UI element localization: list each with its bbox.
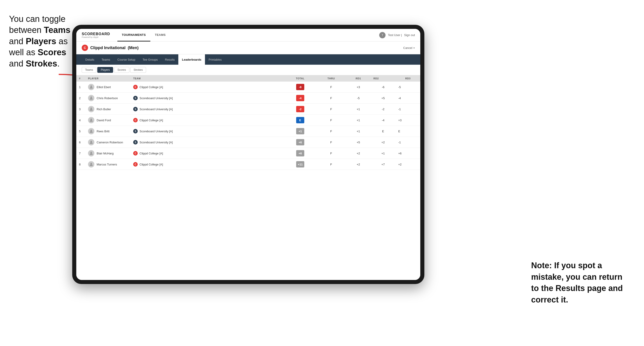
cell-rank: 6 xyxy=(76,137,85,148)
player-name: David Ford xyxy=(96,119,111,122)
cell-total: -8 xyxy=(284,82,316,93)
tab-leaderboards[interactable]: Leaderboards xyxy=(178,54,205,65)
cell-rd1: +2 xyxy=(346,159,371,170)
svg-point-1 xyxy=(90,85,92,87)
nav-teams[interactable]: TEAMS xyxy=(150,29,170,41)
user-name: Test User | xyxy=(388,33,402,37)
tab-details[interactable]: Details xyxy=(82,54,98,65)
cell-thru: F xyxy=(316,115,346,126)
tournament-icon: C xyxy=(82,45,88,51)
svg-point-5 xyxy=(90,130,92,131)
tab-results[interactable]: Results xyxy=(162,54,178,65)
score-badge-total: +6 xyxy=(296,150,304,157)
team-icon: C xyxy=(133,85,138,89)
player-avatar xyxy=(88,150,94,157)
cell-player: Cameron Robertson xyxy=(85,137,130,148)
cell-thru: F xyxy=(316,126,346,137)
team-name: Scoreboard University [A] xyxy=(140,130,173,133)
toggle-strokes[interactable]: Strokes xyxy=(130,67,146,73)
player-name: Rich Butler xyxy=(96,108,111,111)
cell-team: S Scoreboard University [A] xyxy=(130,126,216,137)
score-badge-total: -2 xyxy=(296,106,304,112)
cell-rank: 3 xyxy=(76,104,85,115)
cell-rd2: +2 xyxy=(371,137,396,148)
col-player: PLAYER xyxy=(85,75,130,82)
nav-tournaments[interactable]: TOURNAMENTS xyxy=(118,29,150,41)
cell-rd2: +7 xyxy=(371,159,396,170)
sub-nav: Details Teams Course Setup Tee Groups Re… xyxy=(76,54,420,65)
team-icon: S xyxy=(133,96,138,100)
cell-team: C Clippd College [A] xyxy=(130,82,216,93)
cell-player: Blair McHarg xyxy=(85,148,130,159)
toggle-bar: Teams Players Scores Strokes xyxy=(76,65,420,75)
tournament-title: C Clippd Invitational (Men) xyxy=(82,45,138,51)
logo-sub: Powered by clippd xyxy=(82,36,110,38)
score-badge-total: -8 xyxy=(296,84,304,90)
player-avatar xyxy=(88,84,94,90)
cell-rd3: -4 xyxy=(396,93,420,104)
top-nav: SCOREBOARD Powered by clippd TOURNAMENTS… xyxy=(76,29,420,41)
team-icon: S xyxy=(133,129,138,134)
tab-tee-groups[interactable]: Tee Groups xyxy=(139,54,162,65)
toggle-scores[interactable]: Scores xyxy=(114,67,129,73)
table-row: 5 Rees Britt S Scoreboard University [A]… xyxy=(76,126,420,137)
tournament-header: C Clippd Invitational (Men) Cancel × xyxy=(76,41,420,54)
toggle-teams[interactable]: Teams xyxy=(82,67,96,73)
table-header-row: # PLAYER TEAM TOTAL THRU RD1 RD2 RD3 xyxy=(76,75,420,82)
cell-team: C Clippd College [A] xyxy=(130,159,216,170)
tab-course-setup[interactable]: Course Setup xyxy=(114,54,139,65)
cell-rd1: +3 xyxy=(346,82,371,93)
cell-total: +6 xyxy=(284,148,316,159)
left-annotation: You can toggle between Teams and Players… xyxy=(9,13,72,69)
team-name: Clippd College [A] xyxy=(140,119,163,122)
cell-player: David Ford xyxy=(85,115,130,126)
cell-rd2: -2 xyxy=(371,104,396,115)
cell-team: C Clippd College [A] xyxy=(130,148,216,159)
cell-team: S Scoreboard University [A] xyxy=(130,104,216,115)
ipad-device: SCOREBOARD Powered by clippd TOURNAMENTS… xyxy=(72,25,424,284)
cancel-button[interactable]: Cancel × xyxy=(403,46,415,50)
cell-total: +1 xyxy=(284,126,316,137)
cell-spacer xyxy=(216,159,284,170)
table-row: 7 Blair McHarg C Clippd College [A] +6 F… xyxy=(76,148,420,159)
player-avatar xyxy=(88,95,94,101)
cell-spacer xyxy=(216,93,284,104)
tab-printables[interactable]: Printables xyxy=(205,54,225,65)
team-icon: C xyxy=(133,151,138,156)
avatar: T xyxy=(379,32,386,38)
nav-links: TOURNAMENTS TEAMS xyxy=(118,29,380,41)
svg-point-7 xyxy=(90,152,92,153)
tournament-name: Clippd Invitational xyxy=(90,45,126,50)
cell-rd1: +2 xyxy=(346,148,371,159)
player-name: Rees Britt xyxy=(96,130,110,133)
cell-rank: 2 xyxy=(76,93,85,104)
col-rd1: RD1 xyxy=(346,75,371,82)
team-icon: C xyxy=(133,118,138,122)
team-icon: S xyxy=(133,107,138,111)
table-body: 1 Elliot Ebert C Clippd College [A] -8 F… xyxy=(76,82,420,170)
user-area: T Test User | Sign out xyxy=(379,32,415,38)
team-name: Scoreboard University [A] xyxy=(140,96,173,100)
tab-teams[interactable]: Teams xyxy=(98,54,114,65)
cell-rank: 4 xyxy=(76,115,85,126)
cell-thru: F xyxy=(316,82,346,93)
cell-player: Chris Robertson xyxy=(85,93,130,104)
cell-rd1: +1 xyxy=(346,104,371,115)
score-badge-total: +6 xyxy=(296,139,304,145)
cell-spacer xyxy=(216,126,284,137)
col-spacer xyxy=(216,75,284,82)
col-rank: # xyxy=(76,75,85,82)
team-icon: S xyxy=(133,140,138,145)
toggle-players[interactable]: Players xyxy=(97,67,113,73)
bold-teams: Teams xyxy=(44,25,70,35)
score-badge-total: E xyxy=(296,117,304,123)
cell-spacer xyxy=(216,82,284,93)
cell-rd3: +2 xyxy=(396,159,420,170)
cell-player: Elliot Ebert xyxy=(85,82,130,93)
cell-rd3: -5 xyxy=(396,82,420,93)
table-row: 1 Elliot Ebert C Clippd College [A] -8 F… xyxy=(76,82,420,93)
cell-total: -2 xyxy=(284,104,316,115)
cell-rd2: -6 xyxy=(371,82,396,93)
sign-out-link[interactable]: Sign out xyxy=(404,33,415,37)
cell-total: +6 xyxy=(284,137,316,148)
